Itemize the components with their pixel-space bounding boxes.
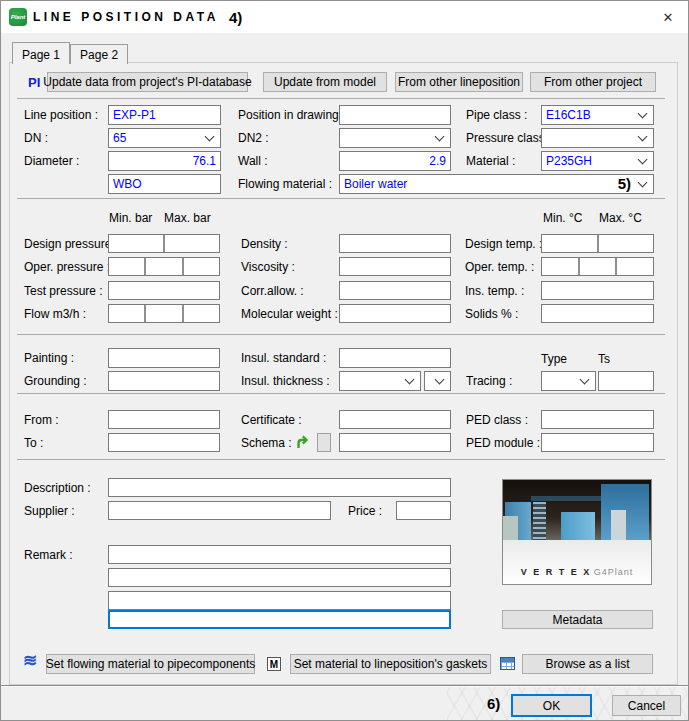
tab-strip: Page 1 Page 2	[12, 42, 128, 64]
tab-page-1[interactable]: Page 1	[12, 42, 70, 64]
pressure-class-select[interactable]	[541, 128, 654, 148]
molecular-weight-label: Molecular weight :	[241, 304, 338, 323]
chevron-down-icon[interactable]	[638, 155, 648, 165]
schema-open-icon[interactable]	[295, 434, 312, 454]
tracing-type-select[interactable]	[541, 371, 596, 391]
max-bar-header: Max. bar	[164, 211, 211, 225]
flow-cell[interactable]	[184, 305, 219, 322]
supplier-input[interactable]	[108, 501, 331, 520]
chevron-down-icon[interactable]	[205, 132, 215, 142]
flow-input[interactable]	[108, 304, 220, 323]
oper-temp-label: Oper. temp. :	[465, 257, 534, 276]
painting-input[interactable]	[108, 348, 220, 368]
tab-page-2[interactable]: Page 2	[70, 44, 128, 64]
viscosity-input[interactable]	[339, 257, 451, 276]
remark-input-4[interactable]	[108, 610, 451, 629]
design-temp-min-cell[interactable]	[542, 235, 599, 252]
remark-input-3[interactable]	[108, 591, 451, 610]
viscosity-label: Viscosity :	[241, 257, 295, 276]
code-input[interactable]: WBO	[108, 174, 221, 194]
corr-allow-input[interactable]	[339, 281, 451, 300]
flow-cell[interactable]	[109, 305, 146, 322]
chevron-down-icon[interactable]	[580, 375, 590, 385]
molecular-weight-input[interactable]	[339, 304, 451, 323]
flowing-material-select[interactable]: Boiler water 5)	[339, 174, 654, 194]
to-input[interactable]	[108, 433, 220, 452]
flow-cell[interactable]	[146, 305, 183, 322]
position-in-drawing-input[interactable]	[339, 105, 451, 125]
oper-temp-input[interactable]	[541, 257, 654, 276]
metadata-button[interactable]: Metadata	[502, 610, 653, 629]
insul-standard-input[interactable]	[339, 348, 451, 368]
chevron-down-icon[interactable]	[638, 109, 648, 119]
ped-module-input[interactable]	[541, 433, 654, 452]
certificate-input[interactable]	[339, 410, 451, 429]
set-material-gaskets-button[interactable]: Set material to lineposition's gaskets	[290, 654, 491, 674]
from-other-project-button[interactable]: From other project	[530, 72, 656, 92]
chevron-down-icon[interactable]	[405, 375, 415, 385]
oper-pressure-cell[interactable]	[146, 258, 183, 275]
test-pressure-input[interactable]	[108, 281, 220, 300]
design-pressure-label: Design pressure :	[24, 234, 118, 253]
remark-input-1[interactable]	[108, 545, 451, 564]
oper-temp-cell[interactable]	[580, 258, 618, 275]
oper-temp-cell[interactable]	[617, 258, 653, 275]
design-pressure-min-cell[interactable]	[109, 235, 165, 252]
design-temp-max-cell[interactable]	[599, 235, 654, 252]
from-other-lineposition-button[interactable]: From other lineposition	[395, 72, 523, 92]
schema-browse-button[interactable]	[317, 433, 331, 452]
design-pressure-max-cell[interactable]	[165, 235, 219, 252]
max-c-header: Max. °C	[599, 211, 642, 225]
remark-input-2[interactable]	[108, 568, 451, 587]
price-input[interactable]	[396, 501, 451, 520]
browse-as-list-button[interactable]: Browse as a list	[522, 654, 653, 674]
tracing-type-header: Type	[541, 352, 567, 366]
description-input[interactable]	[108, 478, 451, 497]
chevron-down-icon[interactable]	[435, 132, 445, 142]
chevron-down-icon[interactable]	[638, 178, 648, 188]
grounding-input[interactable]	[108, 371, 220, 391]
preview-image: V E R T E X G4Plant	[502, 479, 652, 585]
update-pi-database-button[interactable]: Update data from project's PI-database	[47, 72, 248, 92]
painting-label: Painting :	[24, 348, 74, 368]
flowing-material-annotation: 5)	[618, 175, 631, 192]
line-position-input[interactable]: EXP-P1	[108, 105, 221, 125]
oper-pressure-input[interactable]	[108, 257, 220, 276]
pipe-class-select[interactable]: E16C1B	[541, 105, 654, 125]
insul-thickness-label: Insul. thickness :	[241, 371, 330, 391]
chevron-down-icon[interactable]	[638, 132, 648, 142]
ins-temp-input[interactable]	[541, 281, 654, 300]
separator	[17, 98, 665, 99]
tracing-ts-input[interactable]	[598, 371, 654, 391]
solids-input[interactable]	[541, 304, 654, 323]
insul-thickness-unit-select[interactable]	[424, 371, 451, 391]
dn-select[interactable]: 65	[108, 128, 221, 148]
update-from-model-button[interactable]: Update from model	[263, 72, 387, 92]
ok-button[interactable]: OK	[511, 694, 592, 717]
flowing-material-label: Flowing material :	[238, 174, 332, 194]
design-pressure-input[interactable]	[108, 234, 220, 253]
set-flowing-material-button[interactable]: Set flowing material to pipecomponents	[46, 654, 255, 674]
close-icon[interactable]: ✕	[658, 8, 678, 26]
oper-pressure-cell[interactable]	[109, 258, 146, 275]
wall-label: Wall :	[238, 151, 268, 171]
material-m-icon: M	[267, 657, 281, 671]
from-input[interactable]	[108, 410, 220, 429]
wall-input[interactable]: 2.9	[339, 151, 451, 171]
oper-temp-cell[interactable]	[542, 258, 580, 275]
cancel-button[interactable]: Cancel	[612, 695, 681, 716]
diameter-input[interactable]: 76.1	[108, 151, 221, 171]
tracing-label: Tracing :	[466, 371, 512, 391]
oper-pressure-cell[interactable]	[184, 258, 219, 275]
design-temp-input[interactable]	[541, 234, 654, 253]
material-select[interactable]: P235GH	[541, 151, 654, 171]
separator	[17, 334, 665, 335]
ped-class-input[interactable]	[541, 410, 654, 429]
schema-input[interactable]	[339, 433, 451, 452]
chevron-down-icon[interactable]	[435, 375, 445, 385]
insul-thickness-select[interactable]	[339, 371, 421, 391]
density-input[interactable]	[339, 234, 451, 253]
insul-standard-label: Insul. standard :	[241, 348, 326, 368]
dn2-select[interactable]	[339, 128, 451, 148]
line-position-label: Line position :	[24, 105, 98, 125]
